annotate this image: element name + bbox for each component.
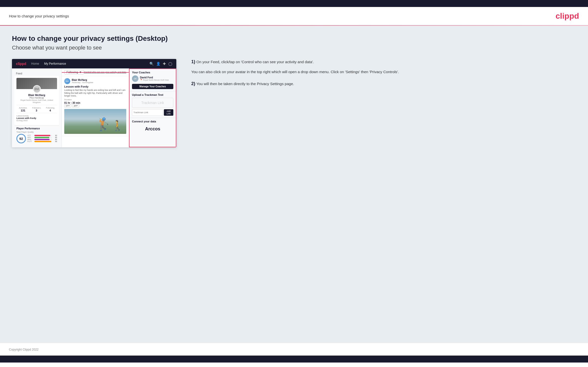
bar-arg: ARG 86	[27, 139, 57, 140]
following-button[interactable]: Following ▼	[64, 70, 84, 74]
quality-circle: 92	[16, 134, 26, 143]
quality-bars: OTT 90 APP	[27, 135, 57, 143]
following-area-wrapper: Following ▼ Control who can see your act…	[62, 68, 129, 76]
profile-club: Royal North Devon Golf Club, United King…	[16, 99, 57, 104]
trackman-input[interactable]	[132, 109, 163, 116]
quality-label: Total Player Quality	[16, 131, 57, 133]
bar-putt-label: PUTT	[27, 141, 33, 142]
tag-ott: OTT	[64, 104, 71, 107]
coach-info: David Ford 📍 Royal North Devon Golf Club	[140, 76, 169, 81]
avatar-icon[interactable]: ◯	[168, 62, 172, 66]
step2-text: 2) You will then be taken directly to th…	[191, 81, 571, 87]
add-link-button[interactable]: Add Link	[164, 109, 173, 116]
bar-app: APP 85	[27, 137, 57, 138]
app-mock: clippd Home My Performance 🔍 👤 ✚ ◯ Feed	[12, 59, 176, 147]
bar-ott-label: OTT	[27, 135, 33, 136]
following-bar: Following ▼ Control who can see your act…	[62, 68, 129, 76]
activity-user-info: Blair McHarg Yesterday · Sunningdale	[72, 79, 93, 84]
stat-followers-label: Followers	[32, 107, 41, 109]
app-body: Feed BM Blair McHarg Plus Handicap Royal…	[12, 68, 176, 147]
bar-arg-fill	[34, 139, 50, 140]
app-main: Following ▼ Control who can see your act…	[62, 68, 129, 147]
instructions: 1) On your Feed, click/tap on 'Control w…	[186, 59, 576, 91]
activity-user-avatar: BM	[64, 78, 70, 84]
stat-following-label: Following	[46, 107, 55, 109]
profile-area: BM Blair McHarg Plus Handicap Royal Nort…	[14, 76, 59, 125]
arccos-logo: Arccos	[132, 124, 173, 134]
coach-club: 📍 Royal North Devon Golf Club	[140, 79, 169, 81]
bar-putt-value: 96	[53, 141, 57, 142]
activity-user: BM Blair McHarg Yesterday · Sunningdale	[64, 78, 126, 84]
bar-app-value: 85	[53, 137, 57, 138]
activity-title: Lesson with Fordy	[64, 85, 126, 88]
page-header: How to change your privacy settings clip…	[0, 7, 588, 25]
bar-ott-track	[34, 135, 52, 136]
latest-activity: Latest Activity Lesson with Fordy 03 Aug…	[16, 113, 57, 123]
bar-app-track	[34, 137, 52, 138]
bar-arg-track	[34, 139, 52, 140]
stat-followers: Followers 3	[32, 107, 41, 112]
coaches-title: Your Coaches	[132, 71, 173, 74]
user-icon[interactable]: 👤	[156, 62, 160, 66]
step2-body: You will then be taken directly to the P…	[196, 82, 294, 86]
activity-tags: OTT APP	[64, 104, 126, 107]
coaches-section: Your Coaches DF David Ford 📍 Royal North…	[130, 69, 176, 91]
stat-following: Following 4	[46, 107, 55, 112]
connect-title: Connect your data	[132, 120, 173, 123]
hero-subtitle: Choose what you want people to see	[12, 45, 576, 51]
bar-app-fill	[34, 137, 49, 138]
following-button-label: Following	[66, 71, 78, 74]
trackman-title: Upload a Trackman Test	[132, 93, 173, 96]
connect-section: Connect your data Arccos	[130, 118, 176, 136]
quality-row: 92 OTT 90	[16, 134, 57, 143]
bar-putt-fill	[34, 141, 51, 142]
activity-card: BM Blair McHarg Yesterday · Sunningdale …	[62, 76, 129, 136]
profile-stats: Activities 131 Followers 3 Following 4	[16, 105, 57, 112]
activity-user-name: Blair McHarg	[72, 79, 93, 81]
app-nav-icons: 🔍 👤 ✚ ◯	[149, 62, 172, 66]
bar-arg-value: 86	[53, 139, 57, 140]
coach-name: David Ford	[140, 76, 169, 79]
stat-activities-value: 131	[19, 109, 27, 112]
latest-activity-date: 03 Aug 2022	[16, 119, 57, 122]
bar-arg-label: ARG	[27, 139, 33, 140]
profile-name: Blair McHarg	[16, 94, 57, 97]
nav-link-home[interactable]: Home	[31, 62, 39, 65]
activity-desc: Looking to feel like my hands are exitin…	[64, 89, 126, 98]
stat-activities-label: Activities	[19, 107, 27, 109]
trackman-section: Upload a Trackman Test Trackman Link Add…	[130, 91, 176, 118]
caddie-silhouette: 🚶	[111, 120, 124, 131]
search-icon[interactable]: 🔍	[149, 62, 154, 66]
stat-followers-value: 3	[32, 109, 41, 112]
location-icon: 📍	[140, 79, 142, 81]
copyright: Copyright Clippd 2022	[9, 348, 39, 351]
trackman-input-row: Add Link	[132, 109, 173, 116]
step1-number: 1)	[191, 59, 195, 64]
stat-activities: Activities 131	[19, 107, 27, 112]
bar-app-label: APP	[27, 137, 33, 138]
instruction-1: 1) On your Feed, click/tap on 'Control w…	[191, 59, 571, 75]
footer: Copyright Clippd 2022	[0, 343, 588, 356]
stat-following-value: 4	[46, 109, 55, 112]
bar-putt: PUTT 96	[27, 141, 57, 142]
manage-coaches-button[interactable]: Manage Your Coaches	[132, 84, 173, 89]
coach-avatar: DF	[132, 75, 138, 82]
avatar-initials: BM	[35, 87, 39, 91]
bar-ott-value: 90	[53, 135, 57, 136]
feed-tab[interactable]: Feed	[14, 71, 59, 76]
top-bar	[0, 0, 588, 7]
demo-layout: clippd Home My Performance 🔍 👤 ✚ ◯ Feed	[12, 59, 576, 147]
app-nav-logo: clippd	[16, 62, 26, 66]
bar-putt-track	[34, 141, 52, 142]
nav-link-performance[interactable]: My Performance	[44, 62, 66, 65]
step1-extra: You can also click on your avatar in the…	[191, 69, 571, 75]
add-icon[interactable]: ✚	[163, 62, 166, 66]
trackman-box: Trackman Link	[132, 98, 173, 108]
clippd-logo: clippd	[556, 11, 579, 21]
page-title: How to change your privacy settings	[9, 14, 69, 18]
step1-body: On your Feed, click/tap on 'Control who …	[196, 60, 314, 64]
chevron-down-icon: ▼	[79, 71, 82, 74]
control-link[interactable]: Control who can see your activity and da…	[84, 71, 126, 73]
step2-number: 2)	[191, 81, 195, 86]
instruction-2: 2) You will then be taken directly to th…	[191, 81, 571, 87]
